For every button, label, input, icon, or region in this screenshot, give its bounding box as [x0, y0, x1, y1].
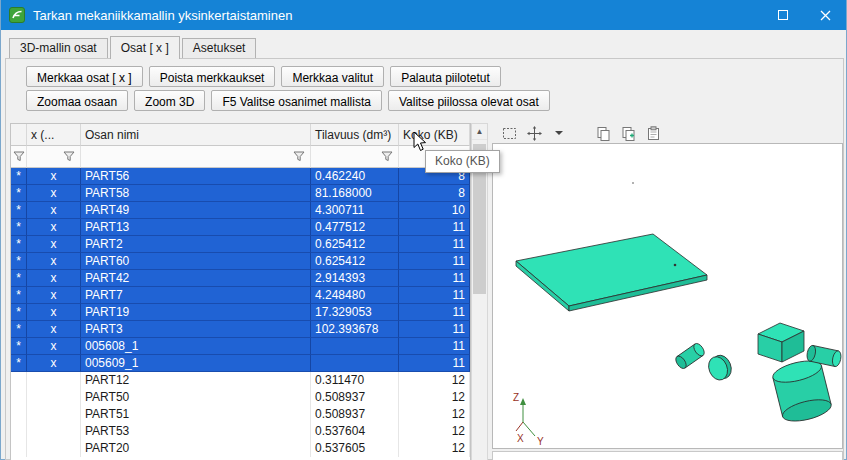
cell-vol[interactable]: 4.300711 — [311, 202, 399, 219]
cell-name[interactable]: PART7 — [81, 287, 311, 304]
model-motor-cylinder[interactable] — [771, 357, 834, 425]
cell-name[interactable]: PART19 — [81, 304, 311, 321]
cell-mark[interactable]: * — [11, 355, 27, 372]
cell-name[interactable]: PART53 — [81, 423, 311, 440]
cell-xcol[interactable]: x — [27, 270, 81, 287]
valitse-piilossa-button[interactable]: Valitse piilossa olevat osat — [388, 90, 550, 111]
table-row[interactable]: *xPART1917.32905311 — [11, 304, 470, 321]
cell-vol[interactable]: 0.537604 — [311, 423, 399, 440]
column-header-tilavuus[interactable]: Tilavuus (dm³) — [311, 124, 399, 146]
cell-vol[interactable]: 0.508937 — [311, 389, 399, 406]
model-motor-box[interactable] — [758, 323, 804, 362]
cell-name[interactable]: PART42 — [81, 270, 311, 287]
cell-name[interactable]: PART20 — [81, 440, 311, 457]
cell-vol[interactable]: 0.508937 — [311, 406, 399, 423]
cell-mark[interactable]: * — [11, 270, 27, 287]
select-region-icon[interactable] — [500, 124, 518, 142]
table-row[interactable]: *xPART20.62541211 — [11, 236, 470, 253]
cell-size[interactable]: 12 — [399, 389, 470, 406]
table-row[interactable]: *xPART422.91439311 — [11, 270, 470, 287]
filter-cell-name[interactable] — [81, 146, 311, 168]
cell-mark[interactable]: * — [11, 236, 27, 253]
cell-name[interactable]: PART51 — [81, 406, 311, 423]
zoom-3d-button[interactable]: Zoom 3D — [134, 90, 205, 111]
table-row[interactable]: PART530.53760412 — [11, 423, 470, 440]
tab-asetukset[interactable]: Asetukset — [182, 38, 257, 58]
tab-3d-mallin-osat[interactable]: 3D-mallin osat — [9, 38, 108, 58]
cell-mark[interactable] — [11, 440, 27, 457]
cell-mark[interactable]: * — [11, 321, 27, 338]
cell-size[interactable]: 11 — [399, 270, 470, 287]
palauta-piilotetut-button[interactable]: Palauta piilotetut — [390, 66, 501, 87]
merkkaa-valitut-button[interactable]: Merkkaa valitut — [281, 66, 384, 87]
cell-name[interactable]: 005608_1 — [81, 338, 311, 355]
close-button[interactable] — [804, 0, 846, 30]
cell-mark[interactable]: * — [11, 304, 27, 321]
table-row[interactable]: PART120.31147012 — [11, 372, 470, 389]
cell-vol[interactable]: 4.248480 — [311, 287, 399, 304]
cell-mark[interactable] — [11, 372, 27, 389]
cell-xcol[interactable]: x — [27, 219, 81, 236]
valitse-osanimet-button[interactable]: F5 Valitse osanimet mallista — [211, 90, 382, 111]
cell-xcol[interactable]: x — [27, 202, 81, 219]
cell-vol[interactable]: 0.477512 — [311, 219, 399, 236]
column-header-mark[interactable] — [11, 124, 27, 146]
model-disc[interactable] — [705, 352, 734, 382]
cell-size[interactable]: 10 — [399, 202, 470, 219]
cell-vol[interactable]: 0.462240 — [311, 168, 399, 185]
cell-size[interactable]: 11 — [399, 355, 470, 372]
poista-merkkaukset-button[interactable]: Poista merkkaukset — [149, 66, 276, 87]
cell-name[interactable]: PART56 — [81, 168, 311, 185]
cell-mark[interactable]: * — [11, 219, 27, 236]
cell-vol[interactable]: 0.311470 — [311, 372, 399, 389]
zoomaa-osaan-button[interactable]: Zoomaa osaan — [26, 90, 128, 111]
cell-size[interactable]: 11 — [399, 304, 470, 321]
cell-xcol[interactable]: x — [27, 338, 81, 355]
cell-mark[interactable]: * — [11, 253, 27, 270]
cell-vol[interactable] — [311, 338, 399, 355]
column-header-osan-nimi[interactable]: Osan nimi — [81, 124, 311, 146]
cell-name[interactable]: PART58 — [81, 185, 311, 202]
cell-vol[interactable]: 0.537605 — [311, 440, 399, 457]
cell-size[interactable]: 11 — [399, 338, 470, 355]
cell-name[interactable]: PART2 — [81, 236, 311, 253]
cell-vol[interactable]: 2.914393 — [311, 270, 399, 287]
cell-xcol[interactable]: x — [27, 355, 81, 372]
table-row[interactable]: *x005609_111 — [11, 355, 470, 372]
cell-xcol[interactable]: x — [27, 253, 81, 270]
scrollbar-up-icon[interactable]: ▲ — [472, 124, 487, 140]
filter-cell-volume[interactable] — [311, 146, 399, 168]
cell-size[interactable]: 12 — [399, 423, 470, 440]
cell-xcol[interactable]: x — [27, 304, 81, 321]
cell-mark[interactable] — [11, 423, 27, 440]
cell-name[interactable]: PART13 — [81, 219, 311, 236]
cell-name[interactable]: PART50 — [81, 389, 311, 406]
cell-xcol[interactable] — [27, 389, 81, 406]
model-cylinder-small[interactable] — [674, 342, 707, 371]
cell-size[interactable]: 11 — [399, 321, 470, 338]
cell-xcol[interactable] — [27, 423, 81, 440]
cell-size[interactable]: 12 — [399, 372, 470, 389]
table-row[interactable]: PART510.50893712 — [11, 406, 470, 423]
cell-vol[interactable]: 0.625412 — [311, 236, 399, 253]
cell-xcol[interactable] — [27, 372, 81, 389]
viewport-canvas[interactable]: Z X Y — [492, 143, 843, 449]
viewport-3d-canvas[interactable]: Z X Y — [493, 144, 842, 448]
cell-vol[interactable]: 17.329053 — [311, 304, 399, 321]
cell-vol[interactable]: 102.393678 — [311, 321, 399, 338]
cell-mark[interactable]: * — [11, 185, 27, 202]
table-row[interactable]: *xPART600.62541211 — [11, 253, 470, 270]
table-scrollbar[interactable]: ▲ — [471, 123, 488, 460]
cell-mark[interactable]: * — [11, 338, 27, 355]
cell-xcol[interactable] — [27, 406, 81, 423]
cell-mark[interactable] — [11, 389, 27, 406]
maximize-button[interactable] — [762, 0, 804, 30]
cell-size[interactable]: 11 — [399, 236, 470, 253]
copy-add-icon[interactable] — [619, 124, 637, 142]
cell-mark[interactable]: * — [11, 168, 27, 185]
cell-xcol[interactable]: x — [27, 287, 81, 304]
table-row[interactable]: *xPART560.4622408 — [11, 168, 470, 185]
table-row[interactable]: *x005608_111 — [11, 338, 470, 355]
cell-xcol[interactable] — [27, 440, 81, 457]
table-row[interactable]: *xPART130.47751211 — [11, 219, 470, 236]
